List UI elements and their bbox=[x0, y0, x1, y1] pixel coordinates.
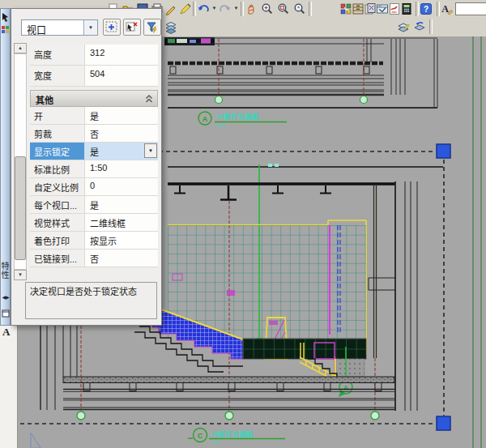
property-value[interactable]: 按显示 bbox=[85, 232, 158, 250]
property-value[interactable]: 是 bbox=[85, 196, 158, 214]
object-type-combo[interactable]: 视口 ▼ bbox=[21, 19, 98, 36]
separator bbox=[429, 19, 433, 34]
axis-grip-bubble bbox=[360, 96, 368, 104]
mtext-tool-icon[interactable]: A bbox=[2, 326, 16, 339]
separator bbox=[309, 2, 312, 16]
label-title: 7#影厅立面图 bbox=[216, 113, 258, 121]
property-row-per-viewport[interactable]: 每个视口... 是 bbox=[30, 196, 158, 214]
viewport-grip-bottom[interactable] bbox=[437, 416, 450, 430]
text-style-combo[interactable] bbox=[455, 2, 486, 15]
property-value[interactable]: 否 bbox=[85, 125, 158, 143]
toggle-pickadd-button[interactable] bbox=[103, 19, 121, 36]
property-grid: 高度 312 宽度 504 其他 开 是 剪裁 否 bbox=[30, 45, 158, 267]
quickcalc-icon[interactable] bbox=[400, 2, 413, 15]
layer-previous-icon[interactable] bbox=[413, 21, 426, 34]
property-value[interactable]: 是 bbox=[85, 107, 158, 125]
property-label: 剪裁 bbox=[30, 125, 85, 143]
property-row-display-locked[interactable]: 显示锁定 是 ▼ bbox=[30, 143, 158, 160]
left-wall-lines bbox=[40, 324, 77, 410]
separator bbox=[437, 2, 440, 16]
layer-states-icon[interactable] bbox=[397, 21, 410, 34]
palette-scrollbar[interactable]: ▲ ▼ bbox=[14, 43, 27, 280]
scroll-down-button[interactable]: ▼ bbox=[14, 270, 27, 280]
select-objects-button[interactable] bbox=[123, 19, 141, 36]
label-bubble: C bbox=[198, 432, 203, 440]
properties-palette-icon[interactable] bbox=[339, 2, 352, 15]
section-header-other[interactable]: 其他 bbox=[30, 90, 158, 107]
properties-palette: 特性 ◀▶ 视口 ▼ ▲ ▼ bbox=[0, 8, 162, 326]
palette-title-vertical: 特性 bbox=[1, 262, 11, 279]
palette-body: 视口 ▼ ▲ ▼ 高度 312 bbox=[11, 8, 162, 326]
polish-icon[interactable] bbox=[179, 2, 192, 15]
elevation-label-bottom: C 7#影厅立面图 1:50 bbox=[188, 429, 285, 446]
property-label: 高度 bbox=[30, 45, 85, 66]
label-bubble: A bbox=[202, 115, 208, 123]
property-label: 显示锁定 bbox=[30, 143, 85, 160]
axis-grip-bubble bbox=[215, 96, 223, 104]
property-row-shade-plot[interactable]: 着色打印 按显示 bbox=[30, 232, 158, 250]
scrollbar-thumb[interactable] bbox=[15, 156, 26, 260]
property-row-custom-scale[interactable]: 自定义比例 0 bbox=[30, 178, 158, 196]
property-value[interactable]: 是 ▼ bbox=[85, 143, 158, 160]
property-value[interactable]: 1:50 bbox=[85, 160, 158, 178]
scroll-up-button[interactable]: ▲ bbox=[14, 43, 27, 53]
property-row-on[interactable]: 开 是 bbox=[30, 107, 158, 125]
property-description: 决定视口是否处于锁定状态 bbox=[25, 282, 157, 319]
designcenter-icon[interactable] bbox=[352, 2, 364, 15]
axis-grip-bubble bbox=[371, 412, 379, 420]
object-type-value: 视口 bbox=[27, 23, 46, 36]
undo-dropdown-icon[interactable]: ▼ bbox=[211, 6, 218, 14]
quick-select-button[interactable] bbox=[143, 19, 161, 36]
property-row-standard-scale[interactable]: 标准比例 1:50 bbox=[30, 160, 158, 178]
redo-dropdown-icon[interactable]: ▼ bbox=[232, 6, 240, 14]
axis-grip-bubble bbox=[225, 412, 233, 420]
zoom-window-icon[interactable] bbox=[277, 2, 290, 15]
palette-menu-icon[interactable] bbox=[2, 309, 10, 318]
proscenium-edge bbox=[374, 184, 377, 358]
property-row-width[interactable]: 宽度 504 bbox=[30, 66, 158, 87]
markup-manager-icon[interactable] bbox=[388, 2, 401, 15]
collapse-chevron-icon[interactable] bbox=[144, 94, 154, 104]
palette-titlebar[interactable]: 特性 ◀▶ bbox=[0, 8, 11, 326]
autocad-window: ▼ ▼ ? A Defpoints ▼ bbox=[0, 0, 486, 448]
axis-centerlines-top bbox=[219, 39, 364, 96]
redo-icon[interactable] bbox=[219, 2, 232, 15]
elevation-label-top: A 7#影厅立面图 1:50 bbox=[198, 112, 287, 128]
property-value[interactable]: 二维线框 bbox=[85, 214, 158, 232]
ceiling-band bbox=[168, 39, 437, 108]
viewport-grip-top[interactable] bbox=[437, 144, 450, 158]
property-row-height[interactable]: 高度 312 bbox=[30, 45, 158, 66]
pan-icon[interactable] bbox=[245, 2, 258, 15]
tool-palettes-icon[interactable] bbox=[364, 2, 377, 15]
understage-hatch-panel bbox=[336, 359, 364, 377]
object-type-arrow-icon[interactable]: ▼ bbox=[83, 20, 97, 35]
property-label: 已链接到... bbox=[30, 250, 85, 267]
pencil-icon[interactable] bbox=[164, 2, 177, 15]
svg-text:?: ? bbox=[424, 5, 428, 14]
section-label: 其他 bbox=[36, 96, 53, 105]
property-value[interactable]: 否 bbox=[85, 250, 158, 267]
property-row-clipped[interactable]: 剪裁 否 bbox=[30, 125, 158, 143]
property-label: 每个视口... bbox=[30, 196, 85, 214]
undo-icon[interactable] bbox=[197, 2, 210, 15]
sheetset-manager-icon[interactable] bbox=[376, 2, 389, 15]
paper-edge-lines bbox=[473, 36, 481, 448]
label-scale: 1:50 bbox=[216, 123, 225, 128]
property-value[interactable]: 312 bbox=[85, 45, 158, 66]
separator bbox=[193, 2, 196, 16]
property-value[interactable]: 504 bbox=[85, 66, 158, 87]
property-label: 自定义比例 bbox=[30, 178, 85, 196]
text-style-icon[interactable]: A bbox=[441, 2, 454, 15]
zoom-previous-icon[interactable] bbox=[293, 2, 306, 15]
palette-move-icon[interactable] bbox=[2, 12, 10, 22]
property-value[interactable]: 0 bbox=[85, 178, 158, 196]
value-dropdown-arrow-icon[interactable]: ▼ bbox=[144, 143, 157, 158]
separator bbox=[416, 2, 419, 16]
layer-manager-icon[interactable] bbox=[164, 21, 177, 34]
property-row-linked[interactable]: 已链接到... 否 bbox=[30, 250, 158, 267]
zoom-realtime-icon[interactable] bbox=[261, 2, 274, 15]
property-row-visual-style[interactable]: 视觉样式 二维线框 bbox=[30, 214, 158, 232]
help-icon[interactable]: ? bbox=[420, 2, 433, 15]
axis-grip-bubble bbox=[77, 412, 85, 420]
autohide-icon[interactable]: ◀▶ bbox=[2, 294, 10, 304]
